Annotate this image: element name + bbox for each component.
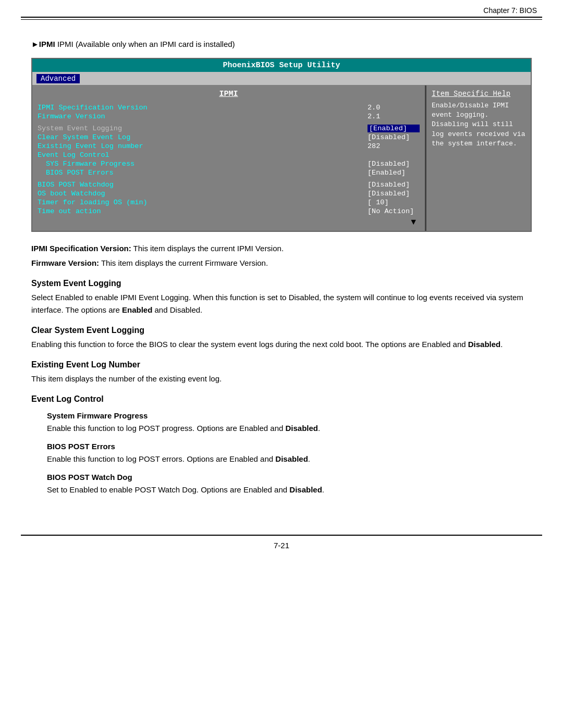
desc-existing-event-log-text: This item displays the number of the exi… (31, 373, 532, 385)
bios-label-time-out-action: Time out action (38, 207, 368, 215)
sub-heading-sys-firmware: System Firmware Progress (31, 411, 532, 420)
bios-row-bios-post-errors: BIOS POST Errors [Enabled] (38, 169, 420, 177)
desc-ipmi-spec: IPMI Specification Version: This item di… (31, 242, 532, 269)
bios-value-os-boot-watchdog: [Disabled] (368, 190, 420, 198)
desc-sys-firmware-text: Enable this function to log POST progres… (31, 422, 532, 435)
bios-row-firmware: Firmware Version 2.1 (38, 113, 420, 120)
bios-value-bios-post-watchdog: [Disabled] (368, 181, 420, 189)
desc-bios-post-errors-text: Enable this function to log POST errors.… (31, 453, 532, 465)
bios-value-firmware: 2.1 (368, 113, 420, 120)
desc-clear-event-logging-text: Enabling this function to force the BIOS… (31, 338, 532, 351)
bios-body: IPMI IPMI Specification Version 2.0 Firm… (32, 85, 531, 231)
bios-value-existing-event-log: 282 (368, 142, 420, 150)
bios-label-sys-event-log: System Event Logging (38, 125, 368, 132)
section-heading-existing-event-log: Existing Event Log Number (31, 360, 532, 369)
bios-value-clear-event-log: [Disabled] (368, 133, 420, 141)
bios-value-timer-loading-os: [ 10] (368, 199, 420, 206)
desc-existing-event-log: Existing Event Log Number This item disp… (31, 360, 532, 385)
bios-label-bios-post-watchdog: BIOS POST Watchdog (38, 181, 368, 189)
bios-value-bios-post-errors: [Enabled] (368, 169, 420, 177)
bios-row-time-out-action: Time out action [No Action] (38, 207, 420, 215)
bios-value-sys-event-log: [Enabled] (368, 125, 420, 132)
bios-value-ipmi-spec: 2.0 (368, 104, 420, 112)
bios-menu-bar: Advanced (32, 72, 531, 85)
desc-sys-event-logging: System Event Logging Select Enabled to e… (31, 279, 532, 316)
bios-row-bios-post-watchdog: BIOS POST Watchdog [Disabled] (38, 181, 420, 189)
bios-menu-advanced[interactable]: Advanced (36, 74, 80, 83)
desc-sys-event-logging-text: Select Enabled to enable IPMI Event Logg… (31, 291, 532, 316)
section-heading-sys-event-logging: System Event Logging (31, 279, 532, 288)
bios-label-os-boot-watchdog: OS boot Watchdog (38, 190, 368, 198)
chapter-header: Chapter 7: BIOS (0, 0, 563, 17)
sub-heading-bios-post-errors: BIOS POST Errors (31, 442, 532, 451)
bios-label-existing-event-log: Existing Event Log number (38, 142, 368, 150)
desc-event-log-control: Event Log Control System Firmware Progre… (31, 394, 532, 496)
bios-row-os-boot-watchdog: OS boot Watchdog [Disabled] (38, 190, 420, 198)
bios-row-ipmi-spec: IPMI Specification Version 2.0 (38, 104, 420, 112)
bios-row-timer-loading-os: Timer for loading OS (min) [ 10] (38, 199, 420, 206)
bios-scroll-indicator: ▼ (38, 217, 420, 227)
desc-firmware-text: Firmware Version: This item displays the… (31, 257, 532, 269)
bios-value-time-out-action: [No Action] (368, 207, 420, 215)
bios-row-clear-event-log: Clear System Event Log [Disabled] (38, 133, 420, 141)
bios-label-event-log-control: Event Log Control (38, 151, 368, 159)
bios-label-bios-post-errors: BIOS POST Errors (38, 169, 368, 177)
sub-heading-bios-post-watchdog: BIOS POST Watch Dog (31, 473, 532, 482)
bios-row-existing-event-log: Existing Event Log number 282 (38, 142, 420, 150)
bios-label-timer-loading-os: Timer for loading OS (min) (38, 199, 368, 206)
desc-ipmi-spec-text: IPMI Specification Version: This item di… (31, 242, 532, 255)
bios-label-clear-event-log: Clear System Event Log (38, 133, 368, 141)
bios-title-bar: PhoenixBIOS Setup Utility (32, 59, 531, 72)
section-heading-clear-event-logging: Clear System Event Logging (31, 326, 532, 335)
page-number: 7-21 (0, 536, 563, 555)
bios-label-firmware: Firmware Version (38, 113, 368, 120)
chapter-title: Chapter 7: BIOS (483, 6, 537, 15)
bios-main-panel: IPMI IPMI Specification Version 2.0 Firm… (32, 85, 426, 231)
bios-value-sys-firmware: [Disabled] (368, 160, 420, 168)
bios-row-sys-event-log: System Event Logging [Enabled] (38, 125, 420, 132)
bios-section-title: IPMI (38, 90, 420, 98)
bios-help-title: Item Specific Help (432, 90, 525, 98)
bios-setup-box: PhoenixBIOS Setup Utility Advanced IPMI … (31, 58, 532, 232)
desc-bios-post-watchdog-text: Set to Enabled to enable POST Watch Dog.… (31, 484, 532, 496)
bios-help-panel: Item Specific Help Enable/Disable IPMI e… (426, 85, 531, 231)
section-heading-event-log-control: Event Log Control (31, 394, 532, 404)
ipmi-note: ►IPMI IPMI (Available only when an IPMI … (31, 40, 532, 48)
bios-label-ipmi-spec: IPMI Specification Version (38, 104, 368, 112)
bios-label-sys-firmware: SYS Firmware Progress (38, 160, 368, 168)
bios-row-sys-firmware: SYS Firmware Progress [Disabled] (38, 160, 420, 168)
bios-help-text: Enable/Disable IPMI event logging. Disab… (432, 101, 525, 149)
bios-row-event-log-control: Event Log Control (38, 151, 420, 159)
desc-clear-event-logging: Clear System Event Logging Enabling this… (31, 326, 532, 351)
page-content: ►IPMI IPMI (Available only when an IPMI … (0, 20, 563, 524)
